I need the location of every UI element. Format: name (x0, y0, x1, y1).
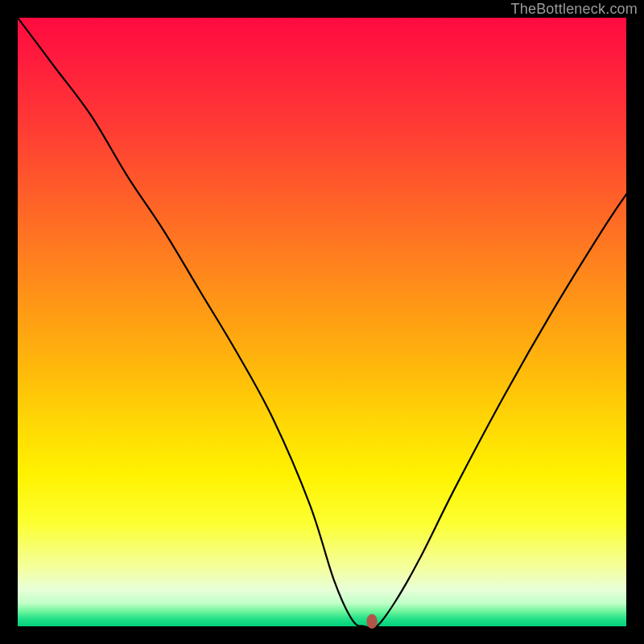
watermark-text: TheBottleneck.com (511, 1, 638, 18)
optimal-point-marker (366, 614, 377, 629)
chart-container: TheBottleneck.com (0, 0, 644, 644)
plot-background (18, 18, 626, 626)
